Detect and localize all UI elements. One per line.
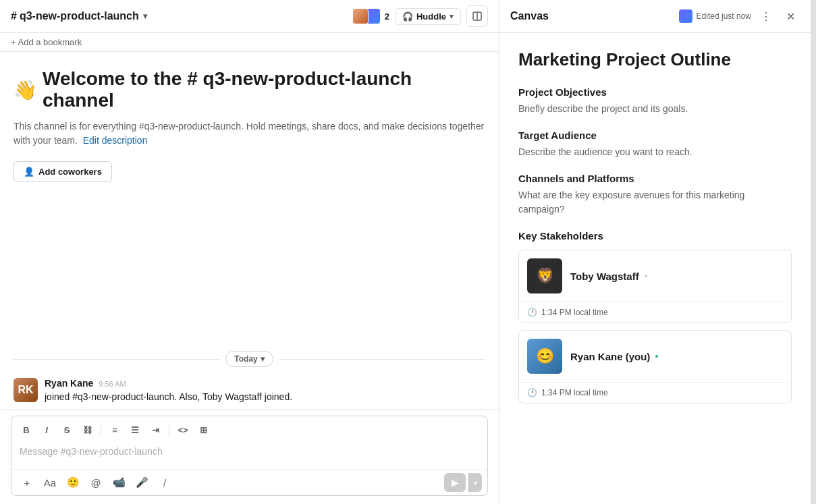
huddle-icon: 🎧: [402, 11, 413, 22]
strikethrough-button[interactable]: S: [57, 420, 76, 439]
canvas-panel-title: Canvas: [510, 10, 549, 22]
huddle-label: Huddle: [416, 11, 446, 22]
canvas-header: Canvas Edited just now ⋮ ✕: [499, 0, 811, 33]
toolbar-divider-2: [169, 424, 169, 436]
code-button[interactable]: <>: [173, 420, 192, 439]
format-button[interactable]: Aa: [40, 472, 60, 493]
add-attachment-button[interactable]: +: [17, 472, 37, 493]
canvas-close-button[interactable]: ✕: [781, 7, 800, 26]
stakeholder-name-0[interactable]: Toby Wagstaff: [570, 271, 649, 282]
welcome-title: 👋 Welcome to the # q3-new-product-launch…: [13, 68, 485, 111]
canvas-toggle-icon[interactable]: [466, 5, 488, 27]
canvas-header-right: Edited just now ⋮ ✕: [679, 7, 800, 26]
message-input-box: B I S ⛓ ≡ ☰ ⇥ <> ⊞ + Aa 🙂 @ 📹 🎤 /: [11, 416, 488, 496]
scrollbar[interactable]: [811, 0, 816, 504]
today-chevron-icon: ▾: [261, 354, 265, 364]
stakeholder-info-0: Toby Wagstaff: [570, 271, 649, 282]
canvas-panel: Canvas Edited just now ⋮ ✕ Marketing Pro…: [499, 0, 811, 504]
stakeholder-avatar-1: 😊: [527, 339, 562, 374]
wave-emoji: 👋: [13, 79, 37, 101]
avatar-1: [352, 8, 369, 24]
add-coworkers-label: Add coworkers: [38, 167, 102, 177]
stakeholder-card-0: 🦁 Toby Wagstaff 🕐 1:34 PM local time: [518, 250, 792, 323]
message-author[interactable]: Ryan Kane: [45, 378, 93, 389]
member-count: 2: [385, 11, 389, 22]
canvas-section-0: Project Objectives Briefly describe the …: [518, 86, 792, 116]
message-text: joined #q3-new-product-launch. Also, Tob…: [45, 390, 485, 404]
clock-icon-0: 🕐: [527, 308, 537, 317]
welcome-description: This channel is for everything #q3-new-p…: [13, 119, 485, 148]
toolbar-divider-1: [101, 424, 101, 436]
welcome-title-text: Welcome to the # q3-new-product-launch c…: [43, 68, 485, 111]
add-coworkers-button[interactable]: 👤 Add coworkers: [13, 161, 112, 182]
edited-info: Edited just now: [679, 9, 751, 23]
emoji-button[interactable]: 🙂: [63, 472, 83, 493]
separator-line-right: [279, 359, 485, 360]
bookmark-label: + Add a bookmark: [11, 37, 82, 47]
message-avatar: RK: [13, 378, 38, 402]
input-area: B I S ⛓ ≡ ☰ ⇥ <> ⊞ + Aa 🙂 @ 📹 🎤 /: [0, 410, 499, 504]
canvas-more-button[interactable]: ⋮: [757, 7, 776, 26]
bookmark-bar[interactable]: + Add a bookmark: [0, 33, 499, 52]
ordered-list-button[interactable]: ≡: [105, 420, 124, 439]
edited-text: Edited just now: [697, 11, 751, 21]
message-content: Ryan Kane 9:56 AM joined #q3-new-product…: [45, 378, 485, 404]
huddle-button[interactable]: 🎧 Huddle ▾: [395, 8, 461, 25]
stakeholder-card-1: 😊 Ryan Kane (you) 🕐 1:34 PM local time: [518, 330, 792, 403]
chat-area: 👋 Welcome to the # q3-new-product-launch…: [0, 52, 499, 410]
italic-button[interactable]: I: [37, 420, 56, 439]
avatar-initials: RK: [13, 378, 38, 402]
video-button[interactable]: 📹: [109, 472, 129, 493]
send-button[interactable]: ▶: [444, 473, 466, 492]
stakeholder-name-1[interactable]: Ryan Kane (you): [570, 351, 659, 362]
stakeholder-top-0: 🦁 Toby Wagstaff: [519, 250, 791, 302]
mention-button[interactable]: @: [86, 472, 106, 493]
stakeholders-section: Key Stakeholders 🦁 Toby Wagstaff 🕐: [518, 230, 792, 403]
bold-button[interactable]: B: [17, 420, 36, 439]
channel-name: q3-new-product-launch: [20, 10, 139, 22]
more-toolbar-button[interactable]: ⊞: [194, 420, 213, 439]
canvas-section-title-1: Target Audience: [518, 130, 792, 141]
stakeholder-time-1: 🕐 1:34 PM local time: [519, 382, 791, 403]
channel-header: # q3-new-product-launch ▾ 2 🎧 Huddle ▾: [0, 0, 499, 33]
status-indicator-1: [654, 354, 659, 359]
channel-title-button[interactable]: # q3-new-product-launch ▾: [11, 10, 147, 22]
slash-command-button[interactable]: /: [155, 472, 175, 493]
message-item: RK Ryan Kane 9:56 AM joined #q3-new-prod…: [0, 372, 499, 410]
add-coworkers-icon: 👤: [24, 167, 34, 177]
hash-symbol: #: [11, 10, 17, 22]
send-options-button[interactable]: ▾: [468, 473, 482, 492]
audio-button[interactable]: 🎤: [132, 472, 152, 493]
today-separator: Today ▾: [0, 345, 499, 372]
link-button[interactable]: ⛓: [78, 420, 97, 439]
input-bottom-bar: + Aa 🙂 @ 📹 🎤 / ▶ ▾: [11, 469, 487, 495]
stakeholder-time-0: 🕐 1:34 PM local time: [519, 302, 791, 323]
stakeholders-title: Key Stakeholders: [518, 230, 792, 242]
header-right: 2 🎧 Huddle ▾: [352, 5, 488, 27]
channel-chevron-icon: ▾: [143, 11, 147, 21]
canvas-section-title-2: Channels and Platforms: [518, 173, 792, 184]
status-indicator-0: [643, 273, 649, 279]
member-avatars[interactable]: 2: [352, 8, 389, 24]
canvas-section-title-0: Project Objectives: [518, 86, 792, 98]
input-toolbar: B I S ⛓ ≡ ☰ ⇥ <> ⊞: [11, 416, 487, 439]
message-time: 9:56 AM: [99, 380, 126, 388]
canvas-content: Marketing Project Outline Project Object…: [499, 33, 811, 504]
message-input[interactable]: [11, 439, 487, 466]
canvas-doc-title: Marketing Project Outline: [518, 49, 792, 70]
canvas-section-body-1: Describe the audience you want to reach.: [518, 145, 792, 159]
time-label-0: 1:34 PM local time: [541, 308, 608, 317]
unordered-list-button[interactable]: ☰: [126, 420, 144, 439]
stakeholder-avatar-0: 🦁: [527, 258, 562, 293]
message-header: Ryan Kane 9:56 AM: [45, 378, 485, 389]
clock-icon-1: 🕐: [527, 388, 537, 397]
stakeholder-top-1: 😊 Ryan Kane (you): [519, 331, 791, 382]
edit-description-link[interactable]: Edit description: [83, 135, 148, 146]
indent-button[interactable]: ⇥: [146, 420, 165, 439]
welcome-section: 👋 Welcome to the # q3-new-product-launch…: [0, 52, 499, 345]
editor-avatar: [679, 9, 692, 23]
time-label-1: 1:34 PM local time: [541, 388, 608, 397]
today-text: Today: [234, 354, 257, 364]
today-label-button[interactable]: Today ▾: [225, 351, 273, 367]
huddle-chevron-icon: ▾: [450, 12, 454, 21]
